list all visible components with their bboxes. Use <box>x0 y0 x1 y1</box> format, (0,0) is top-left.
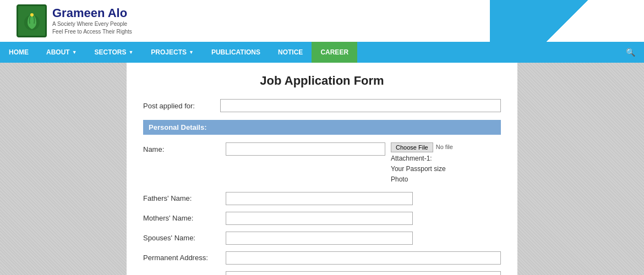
mothers-name-row: Mothers' Name: <box>143 212 501 225</box>
name-section: Name: <box>143 142 385 156</box>
main-content: Job Application Form Post applied for: P… <box>127 63 517 275</box>
site-title: Grameen Alo <box>52 6 132 20</box>
name-input[interactable] <box>226 142 385 156</box>
personal-details-header: Personal Details: <box>143 120 501 135</box>
present-address-row: Present Address: <box>143 271 501 275</box>
present-address-input[interactable] <box>226 271 501 275</box>
nav-about[interactable]: ABOUT ▼ <box>37 42 86 63</box>
name-photo-row: Name: Choose File No file Attachment-1: … <box>143 142 501 185</box>
projects-arrow-icon: ▼ <box>189 50 194 55</box>
fathers-name-label: Fathers' Name: <box>143 194 226 202</box>
search-icon[interactable]: 🔍 <box>617 42 644 63</box>
attachment1-desc2: Photo <box>391 174 408 185</box>
spouses-name-input[interactable] <box>226 232 413 245</box>
permanent-address-row: Permanent Address: <box>143 251 501 265</box>
post-applied-input[interactable] <box>220 99 501 112</box>
site-tagline1: A Society Where Every People <box>52 20 132 28</box>
attachment1-choose-button[interactable]: Choose File <box>391 142 433 152</box>
nav-notice[interactable]: NOTICE <box>269 42 312 63</box>
fathers-name-row: Fathers' Name: <box>143 192 501 205</box>
spouses-name-label: Spouses' Name: <box>143 234 226 242</box>
permanent-address-label: Permanent Address: <box>143 254 226 262</box>
post-applied-label: Post applied for: <box>143 102 220 110</box>
header: Grameen Alo A Society Where Every People… <box>0 0 644 42</box>
file-choose-row: Choose File No file <box>391 142 453 152</box>
logo-text: Grameen Alo A Society Where Every People… <box>52 6 132 36</box>
permanent-address-input[interactable] <box>226 251 501 265</box>
form-title: Job Application Form <box>143 74 501 88</box>
spouses-name-row: Spouses' Name: <box>143 232 501 245</box>
navbar: HOME ABOUT ▼ SECTORS ▼ PROJECTS ▼ PUBLIC… <box>0 42 644 63</box>
fathers-name-input[interactable] <box>226 192 413 205</box>
nav-publications[interactable]: PUBLICATIONS <box>203 42 269 63</box>
mothers-name-label: Mothers' Name: <box>143 214 226 222</box>
attachment1-no-file: No file <box>436 142 453 152</box>
attachment1-desc: Your Passport size <box>391 164 446 174</box>
sectors-arrow-icon: ▼ <box>128 50 133 55</box>
page-wrapper: Grameen Alo A Society Where Every People… <box>0 0 644 275</box>
nav-home[interactable]: HOME <box>0 42 37 63</box>
nav-career[interactable]: CAREER <box>312 42 357 63</box>
attachment1-label: Attachment-1: <box>391 153 432 164</box>
logo-area: Grameen Alo A Society Where Every People… <box>17 4 132 37</box>
nav-projects[interactable]: PROJECTS ▼ <box>142 42 203 63</box>
svg-point-1 <box>30 13 34 16</box>
logo-icon <box>17 4 47 37</box>
mothers-name-input[interactable] <box>226 212 413 225</box>
post-applied-row: Post applied for: <box>143 99 501 112</box>
photo-section: Choose File No file Attachment-1: Your P… <box>391 142 501 185</box>
nav-sectors[interactable]: SECTORS ▼ <box>86 42 143 63</box>
name-label: Name: <box>143 145 226 153</box>
about-arrow-icon: ▼ <box>72 50 77 55</box>
site-tagline2: Feel Free to Access Their Rights <box>52 28 132 36</box>
